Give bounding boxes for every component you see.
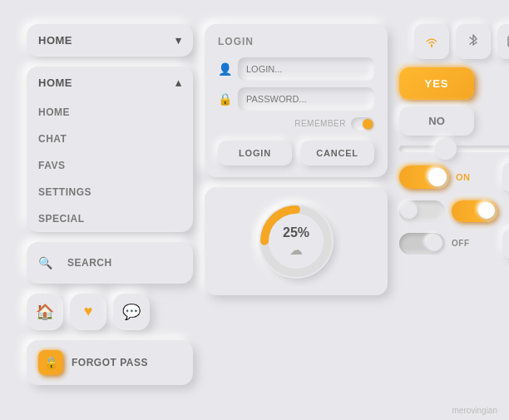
password-input[interactable] <box>238 87 374 111</box>
watermark: merovingian <box>452 406 497 415</box>
remember-row: REMEMBER <box>218 117 374 131</box>
username-wrapper <box>238 57 374 81</box>
nav-item-special[interactable]: SPECIAL <box>27 205 193 232</box>
nav-item-chat[interactable]: CHAT <box>27 126 193 152</box>
search-input[interactable] <box>59 250 181 275</box>
chevron-up-icon: ▴ <box>175 77 182 89</box>
forgot-pass-label: FORGOT PASS <box>72 357 148 368</box>
lock-icon: 🔒 <box>38 350 63 375</box>
slider-area <box>399 144 509 154</box>
toggle-on-orange-2[interactable] <box>452 200 497 222</box>
chat-icon-button[interactable]: 💬 <box>113 294 150 330</box>
search-box: 🔍 <box>27 242 193 284</box>
bluetooth-icon-button[interactable] <box>456 24 491 59</box>
icon-row: 🏠 ♥ 💬 <box>27 294 193 330</box>
toggle-expand-row: ON <box>399 162 509 192</box>
toggle-on-label: ON <box>456 172 471 182</box>
off-label: OFF <box>452 239 470 248</box>
toggle-off-gray-1[interactable] <box>399 200 445 222</box>
expand-icon-button[interactable] <box>502 162 509 192</box>
heart-icon-button[interactable]: ♥ <box>70 294 106 330</box>
top-icons <box>399 24 509 59</box>
toggle-knob-on <box>428 168 447 186</box>
cloud-icon: ☁ <box>289 241 303 257</box>
expand-buttons <box>502 162 509 192</box>
dropdown-items: HOME CHAT FAVS SETTINGS SPECIAL <box>27 99 193 232</box>
bottom-toggles-row: OFF <box>399 200 509 259</box>
progress-ring: 25% ☁ <box>250 195 342 287</box>
progress-inner: 25% ☁ <box>283 225 309 257</box>
dropdown-open: HOME ▴ HOME CHAT FAVS SETTINGS SPECIAL <box>27 67 193 232</box>
remember-toggle[interactable] <box>351 117 374 131</box>
login-title: LOGIN <box>218 36 374 47</box>
toggle-knob-off-1 <box>401 202 418 219</box>
user-icon: 👤 <box>218 62 231 76</box>
home-icon-button[interactable]: 🏠 <box>27 294 63 330</box>
password-wrapper <box>238 87 374 111</box>
login-box: LOGIN 👤 🔒 REMEMBER <box>205 24 388 177</box>
search-icon: 🔍 <box>38 256 52 269</box>
nav-item-home[interactable]: HOME <box>27 99 193 126</box>
toggle-knob-on-2 <box>478 202 495 219</box>
login-button[interactable]: LOGIN <box>218 141 292 166</box>
mail-icon-button[interactable] <box>497 24 509 59</box>
dropdown-header[interactable]: HOME ▴ <box>27 67 193 99</box>
nav-item-favs[interactable]: FAVS <box>27 152 193 179</box>
cancel-button[interactable]: CANCEL <box>300 141 374 166</box>
forgot-pass-button[interactable]: 🔒 FORGOT PASS <box>27 340 193 385</box>
nav-item-settings[interactable]: SETTINGS <box>27 179 193 205</box>
progress-percent: 25% <box>283 225 309 240</box>
yes-no-section: YES NO <box>399 67 509 136</box>
yes-no-buttons: YES NO <box>399 67 507 136</box>
yes-button[interactable]: YES <box>399 67 474 100</box>
password-row: 🔒 <box>218 87 374 111</box>
progress-area: 25% ☁ <box>205 187 388 295</box>
dropdown-open-label: HOME <box>38 77 72 89</box>
slider-track <box>399 146 509 152</box>
dropdown-closed-label: HOME <box>38 34 72 47</box>
collapse-icon-button[interactable] <box>502 229 509 259</box>
wifi-icon-button[interactable] <box>414 24 449 59</box>
toggle-knob-gray <box>426 235 442 251</box>
lock-field-icon: 🔒 <box>218 92 231 106</box>
username-row: 👤 <box>218 57 374 81</box>
no-button[interactable]: NO <box>399 106 474 136</box>
remember-label: REMEMBER <box>294 119 346 128</box>
slider-thumb[interactable] <box>435 138 457 160</box>
username-input[interactable] <box>238 57 374 81</box>
login-buttons: LOGIN CANCEL <box>218 141 374 166</box>
toggle-on-gray-off[interactable] <box>399 233 445 254</box>
dropdown-closed[interactable]: HOME ▾ <box>27 24 193 57</box>
chevron-down-icon: ▾ <box>175 34 182 47</box>
toggle-on-orange[interactable] <box>399 166 449 189</box>
